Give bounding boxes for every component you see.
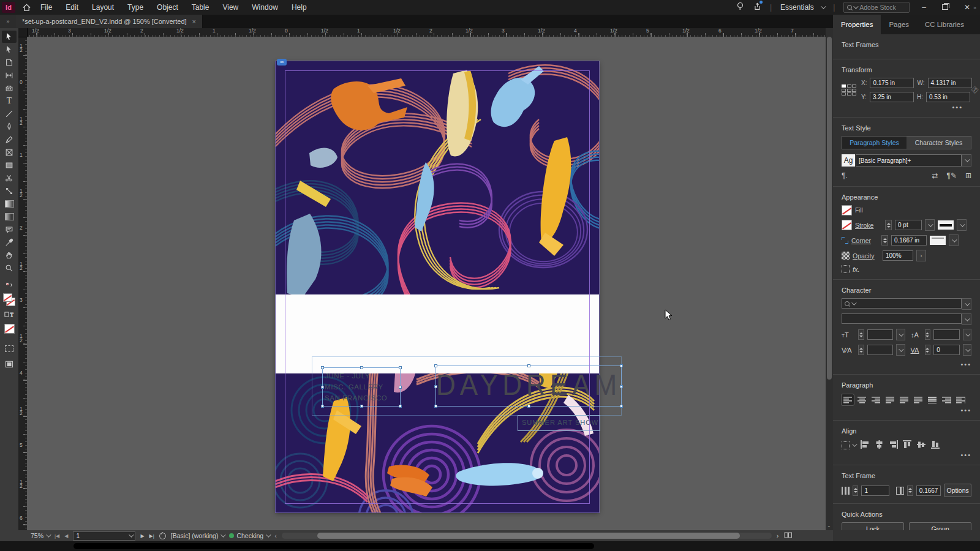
align-bottom-edges-button[interactable] [931,440,940,450]
link-badge-icon[interactable]: ∞ [277,59,287,66]
leading-dropdown-icon[interactable] [963,329,971,340]
opacity-expand-icon[interactable]: › [916,250,926,261]
align-right-button[interactable] [870,394,882,405]
next-page-button[interactable]: ▶ [140,533,144,539]
height-field[interactable]: 0.53 in [926,92,970,102]
align-center-button[interactable] [856,394,868,405]
apply-none-swatch[interactable] [2,321,17,336]
horizontal-ruler[interactable]: 1/231/221/211/201/211/221/231/241/251/26… [18,28,826,37]
frame-tool[interactable] [2,146,17,159]
stroke-weight-dropdown-icon[interactable] [925,219,935,231]
screen-mode-icon[interactable] [2,358,17,370]
align-more-options-icon[interactable]: ••• [842,450,971,459]
indesign-logo[interactable]: Id [2,2,15,13]
gradient-swatch-tool[interactable] [2,198,17,210]
menu-layout[interactable]: Layout [85,0,121,15]
gradient-feather-tool[interactable] [2,211,17,223]
tab-cc-libraries[interactable]: CC Libraries [917,15,972,34]
close-button[interactable]: ✕ [960,0,974,15]
justify-all-button[interactable] [926,394,938,405]
tab-properties[interactable]: Properties [833,15,881,34]
content-collector-tool[interactable] [2,82,17,94]
details-text-frame[interactable]: JUNE - JULY MISC. GALLERY SAN FRANCISCO [322,367,401,407]
show-hidden-characters-icon[interactable]: ¶. [842,171,848,180]
vertical-ruler[interactable]: 1 201 211 221 231 241 251 26 [18,37,28,530]
menu-help[interactable]: Help [285,0,314,15]
font-size-stepper[interactable] [858,329,864,340]
align-right-edges-button[interactable] [889,440,898,450]
scroll-right-icon[interactable]: › [777,532,779,539]
kerning-field[interactable] [867,345,894,355]
align-away-spine-button[interactable] [954,394,967,405]
minimize-button[interactable]: – [918,0,930,15]
paragraph-style-dropdown-icon[interactable] [962,154,971,167]
corner-style-dropdown-icon[interactable] [949,234,959,246]
line-tool[interactable] [2,108,17,120]
horizontal-scrollbar[interactable] [282,533,772,539]
paragraph-styles-tab[interactable]: Paragraph Styles [842,137,907,149]
lock-button[interactable]: Lock [842,522,904,530]
text-frame-options-button[interactable]: Options [944,484,971,497]
character-styles-tab[interactable]: Character Styles [907,137,971,149]
rectangle-tool[interactable] [2,159,17,171]
font-family-dropdown[interactable] [842,298,962,309]
effects-icon[interactable]: fx. [853,266,860,273]
document-tab[interactable]: *set-up-a-postcard_END_V2.indd @ 150% [C… [16,15,203,28]
first-page-button[interactable]: |◀ [55,533,59,539]
tab-close-icon[interactable]: × [192,18,196,25]
reference-point-grid[interactable] [842,84,856,96]
vertical-scrollbar[interactable]: ⌄ [826,28,833,530]
object-states-icon[interactable] [842,265,850,273]
align-towards-spine-button[interactable] [940,394,952,405]
title-text-frame[interactable]: DAYDREAM [435,365,622,407]
share-icon[interactable] [753,2,761,13]
tab-overflow-icon[interactable]: » [0,15,16,28]
align-to-dropdown[interactable] [842,441,856,449]
hand-tool[interactable] [2,249,17,261]
eyedropper-tool[interactable] [2,236,17,249]
zoom-level-dropdown[interactable]: 75% [31,532,50,539]
gap-tool[interactable] [2,69,17,81]
previous-page-button[interactable]: ◀ [64,533,68,539]
columns-stepper[interactable] [853,485,858,496]
pencil-tool[interactable] [2,133,17,146]
gutter-field[interactable]: 0.1667 [916,485,941,496]
stroke-swatch[interactable] [842,220,852,230]
scissors-tool[interactable] [2,172,17,184]
learn-bulb-icon[interactable] [736,2,744,13]
stroke-link[interactable]: Stroke [855,222,882,229]
preflight-profile-dropdown[interactable]: [Basic] (working) [171,532,225,539]
spread-view-icon[interactable] [784,532,793,539]
free-transform-tool[interactable] [2,185,17,197]
stroke-weight-field[interactable]: 0 pt [895,220,922,230]
justify-center-button[interactable] [898,394,910,405]
kerning-stepper[interactable] [858,345,864,355]
paragraph-more-options-icon[interactable]: ••• [842,405,971,414]
tracking-stepper[interactable] [925,345,931,355]
corner-link[interactable]: Corner [851,237,878,244]
view-options-icon[interactable] [2,342,17,354]
corner-radius-stepper[interactable] [881,235,888,246]
y-position-field[interactable]: 3.25 in [870,92,914,102]
stroke-style-dropdown-icon[interactable] [957,219,967,231]
x-position-field[interactable]: 0.175 in [870,78,914,88]
align-top-edges-button[interactable] [903,440,912,450]
subtitle-text-frame[interactable]: SUMMER ART SHOW [518,415,600,431]
justify-right-button[interactable] [912,394,924,405]
formatting-affects-buttons[interactable]: T [2,309,17,321]
page-number-field[interactable]: 1 [73,531,135,541]
scroll-left-icon[interactable]: ‹ [274,532,277,539]
fill-stroke-swatches[interactable] [2,292,17,308]
menu-file[interactable]: File [34,0,59,15]
opacity-link[interactable]: Opacity [853,252,880,260]
menu-object[interactable]: Object [150,0,185,15]
page-tool[interactable] [2,56,17,69]
new-style-icon[interactable]: ⊞ [965,171,971,180]
columns-field[interactable]: 1 [861,485,889,496]
gutter-stepper[interactable] [907,485,913,496]
menu-window[interactable]: Window [245,0,285,15]
menu-edit[interactable]: Edit [59,0,85,15]
font-family-dropdown-icon[interactable] [962,298,971,310]
stroke-weight-stepper[interactable] [885,220,892,230]
character-more-options-icon[interactable]: ••• [842,359,971,368]
